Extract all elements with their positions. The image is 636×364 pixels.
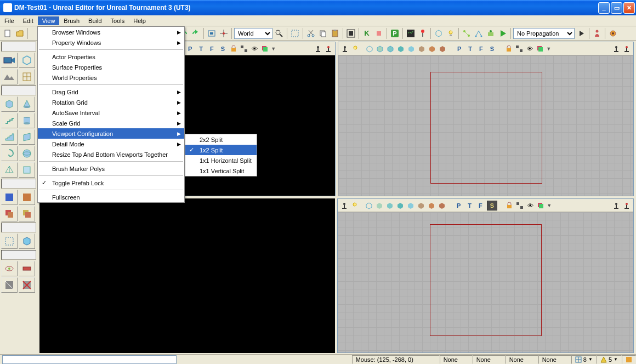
menu-brush[interactable]: Brush xyxy=(59,16,84,25)
open-icon[interactable] xyxy=(14,28,25,39)
csg-intersect-icon[interactable] xyxy=(1,206,18,221)
search-icon[interactable] xyxy=(274,28,285,39)
drag-grid-toggle[interactable]: 8 ▼ xyxy=(571,355,597,364)
brush-bar[interactable] xyxy=(1,86,36,95)
menu-view[interactable]: View xyxy=(38,16,60,25)
btn-f[interactable]: F xyxy=(207,44,217,53)
actor-icon[interactable] xyxy=(433,28,444,39)
prefab-icon[interactable]: P xyxy=(389,28,400,39)
detail-icon[interactable] xyxy=(407,44,416,53)
btn-s[interactable]: S xyxy=(218,44,228,53)
menu-item-world-properties[interactable]: World Properties xyxy=(38,72,184,83)
bulb-icon[interactable] xyxy=(351,44,360,53)
complexity-icon[interactable] xyxy=(428,44,436,53)
btn-p[interactable]: P xyxy=(454,201,463,210)
select-icon[interactable] xyxy=(289,28,300,39)
density-icon[interactable] xyxy=(438,44,447,53)
joystick-icon[interactable] xyxy=(340,44,349,53)
layers-icon[interactable] xyxy=(536,201,545,210)
layers-icon[interactable] xyxy=(260,44,269,53)
eye-icon[interactable]: 👁 xyxy=(250,44,259,53)
vol-bar[interactable] xyxy=(1,223,36,232)
csg-bar[interactable] xyxy=(1,179,36,189)
paste-icon[interactable] xyxy=(330,28,340,39)
tetra-brush-icon[interactable] xyxy=(1,162,18,178)
btn-t[interactable]: T xyxy=(465,201,474,210)
joystick-icon[interactable] xyxy=(612,201,621,210)
joystick-icon[interactable] xyxy=(612,44,621,53)
volume-brush-icon[interactable] xyxy=(19,234,35,249)
socket-icon[interactable] xyxy=(607,28,618,39)
dropdown-arrow-icon[interactable]: ▼ xyxy=(547,203,552,208)
menu-item-property-windows[interactable]: Property Windows▶ xyxy=(38,37,184,48)
texture-align-icon[interactable] xyxy=(19,69,35,84)
menu-item-detail-mode[interactable]: Detail Mode▶ xyxy=(38,139,184,149)
lock-icon[interactable] xyxy=(229,44,238,53)
close-button[interactable]: ✕ xyxy=(623,2,635,14)
lock-icon[interactable] xyxy=(504,44,513,53)
special-brush-icon[interactable] xyxy=(1,234,18,249)
sel-bar[interactable] xyxy=(1,250,36,260)
menu-item-surface-properties[interactable]: Surface Properties xyxy=(38,62,184,72)
geometry-mode-icon[interactable] xyxy=(19,53,35,68)
maximize-button[interactable]: ▭ xyxy=(611,2,622,14)
btn-f[interactable]: F xyxy=(476,201,485,210)
menu-item-viewport-configuration[interactable]: Viewport Configuration▶ xyxy=(38,128,184,139)
menu-item-actor-properties[interactable]: Actor Properties xyxy=(38,52,184,62)
eye-icon[interactable]: 👁 xyxy=(525,44,534,53)
dropdown-arrow-icon[interactable]: ▼ xyxy=(271,46,276,52)
csg-deintersect-icon[interactable] xyxy=(19,206,35,221)
joystick-icon[interactable] xyxy=(340,201,349,210)
bulb-icon[interactable] xyxy=(350,201,359,210)
paths-icon[interactable] xyxy=(461,28,472,39)
light-only-icon[interactable] xyxy=(417,201,425,210)
paths-2-icon[interactable] xyxy=(473,28,484,39)
layers-icon[interactable] xyxy=(536,44,544,53)
player-icon[interactable] xyxy=(592,28,603,39)
joystick-icon[interactable] xyxy=(314,44,322,53)
csg-add-icon[interactable] xyxy=(1,190,18,205)
detail-icon[interactable] xyxy=(406,201,415,210)
menu-item-brush-marker-polys[interactable]: Brush Marker Polys xyxy=(38,163,184,174)
fullscreen-icon[interactable] xyxy=(345,28,356,39)
menu-item-toggle-prefab-lock[interactable]: ✓Toggle Prefab Lock xyxy=(38,178,184,188)
sphere-brush-icon[interactable] xyxy=(19,146,35,161)
menu-file[interactable]: File xyxy=(0,16,19,25)
transform-icon[interactable] xyxy=(218,28,229,39)
viewport-canvas-3[interactable] xyxy=(39,198,335,353)
menu-item-resize-top-and-bottom-viewports-together[interactable]: Resize Top And Bottom Viewports Together xyxy=(38,149,184,160)
cut-icon[interactable] xyxy=(305,28,316,39)
viewport-canvas-2[interactable] xyxy=(338,55,633,196)
hide-selected-icon[interactable] xyxy=(19,261,35,276)
wireframe-icon[interactable] xyxy=(365,201,373,210)
submenu-item-1x1-horizontal-split[interactable]: 1x1 Horizontal Split xyxy=(185,155,257,166)
menu-item-drag-grid[interactable]: Drag Grid▶ xyxy=(38,87,184,97)
minimize-button[interactable]: _ xyxy=(598,2,610,14)
btn-s[interactable]: S xyxy=(487,44,497,53)
play-icon[interactable] xyxy=(497,28,508,39)
menu-tools[interactable]: Tools xyxy=(106,16,129,25)
lit-icon[interactable] xyxy=(386,44,395,53)
linear-stair-icon[interactable] xyxy=(1,129,18,145)
invert-sel-icon[interactable] xyxy=(1,277,18,293)
dropdown-arrow-icon[interactable]: ▼ xyxy=(546,46,551,52)
squares-icon[interactable] xyxy=(515,44,524,53)
curved-stair-icon[interactable] xyxy=(1,113,18,128)
spiral-stair-icon[interactable] xyxy=(1,146,18,161)
btn-p[interactable]: P xyxy=(455,44,464,53)
propagation-combo[interactable]: No Propagation xyxy=(513,28,575,39)
volumetric-icon[interactable] xyxy=(19,162,35,178)
menu-item-fullscreen[interactable]: Fullscreen xyxy=(38,192,184,202)
menu-item-browser-windows[interactable]: Browser Windows▶ xyxy=(38,27,184,37)
wireframe-icon[interactable] xyxy=(365,44,374,53)
copy-icon[interactable] xyxy=(317,28,328,39)
shader-icon[interactable] xyxy=(396,201,405,210)
autosave-toggle[interactable] xyxy=(622,355,636,364)
btn-p[interactable]: P xyxy=(185,44,195,53)
world-combo[interactable]: World xyxy=(234,28,272,39)
kismet-icon[interactable]: K xyxy=(361,28,372,39)
menu-edit[interactable]: Edit xyxy=(19,16,38,25)
sheet-brush-icon[interactable] xyxy=(19,129,35,145)
menu-item-autosave-interval[interactable]: AutoSave Interval▶ xyxy=(38,107,184,118)
density-icon[interactable] xyxy=(438,201,446,210)
